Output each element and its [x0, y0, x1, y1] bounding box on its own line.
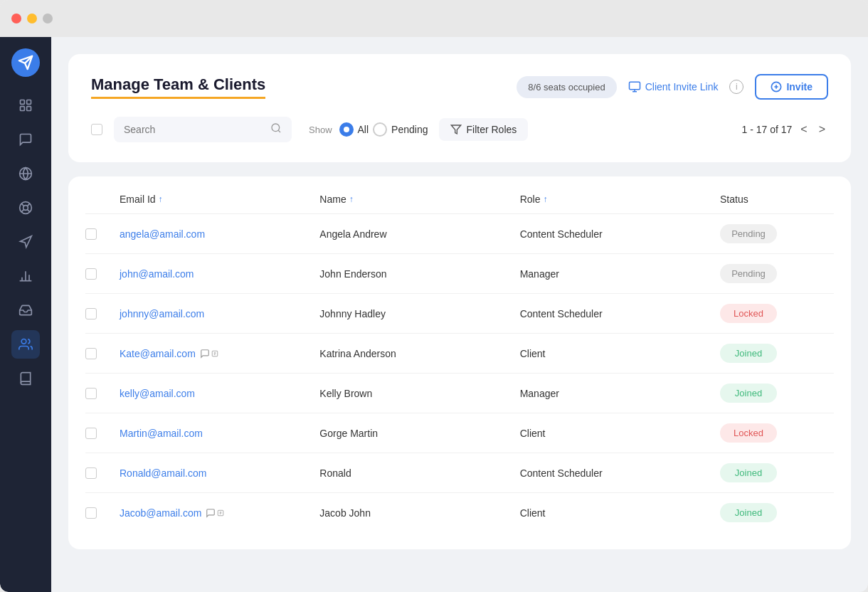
cell-email[interactable]: Martin@amail.com — [120, 428, 319, 439]
show-all-option[interactable]: All — [339, 122, 369, 137]
cell-email[interactable]: john@amail.com — [120, 268, 319, 280]
row-checkbox-cell — [85, 428, 120, 439]
plus-circle-icon — [771, 81, 782, 92]
row-checkbox-cell — [85, 507, 120, 519]
sidebar-item-network[interactable] — [11, 159, 40, 188]
email-value: Jacob@amail.com — [120, 507, 201, 519]
sidebar-item-megaphone[interactable] — [11, 228, 40, 256]
email-value: Martin@amail.com — [120, 428, 203, 439]
traffic-lights — [11, 14, 53, 23]
message-icon[interactable] — [206, 508, 224, 518]
prev-page-button[interactable]: < — [798, 120, 810, 139]
search-box — [114, 117, 292, 142]
cell-email[interactable]: angela@amail.com — [120, 228, 319, 240]
next-page-button[interactable]: > — [816, 120, 828, 139]
close-button[interactable] — [11, 14, 21, 23]
sort-email-icon: ↑ — [159, 194, 163, 204]
cell-role: Client — [520, 428, 720, 439]
email-value: kelly@amail.com — [120, 388, 195, 399]
select-all-checkbox[interactable] — [91, 124, 102, 135]
row-checkbox-cell — [85, 228, 120, 240]
header-actions: 8/6 seats occupied Client Invite Link i — [517, 74, 828, 100]
table-row: angela@amail.com Angela Andrew Content S… — [85, 214, 834, 254]
table-card: Email Id ↑ Name ↑ Role ↑ Status — [68, 176, 851, 549]
row-checkbox[interactable] — [85, 467, 97, 479]
link-icon — [628, 80, 641, 93]
filter-roles-label: Filter Roles — [466, 124, 517, 135]
seats-badge: 8/6 seats occupied — [517, 76, 616, 98]
email-value: john@amail.com — [120, 268, 194, 280]
page-header: Manage Team & Clients 8/6 seats occupied… — [91, 74, 828, 100]
filter-roles-button[interactable]: Filter Roles — [439, 118, 528, 141]
svg-line-26 — [278, 130, 280, 132]
cell-status: Joined — [720, 463, 834, 482]
cell-email[interactable]: johnny@amail.com — [120, 308, 319, 319]
row-checkbox[interactable] — [85, 268, 97, 280]
col-header-status: Status — [720, 194, 834, 205]
svg-rect-3 — [27, 100, 31, 105]
cell-name: Angela Andrew — [319, 228, 519, 240]
sidebar-logo[interactable] — [11, 48, 40, 77]
sidebar-item-comments[interactable] — [11, 125, 40, 154]
row-checkbox-cell — [85, 268, 120, 280]
row-checkbox[interactable] — [85, 308, 97, 319]
cell-email[interactable]: kelly@amail.com — [120, 388, 319, 399]
row-checkbox[interactable] — [85, 507, 97, 519]
show-all-radio[interactable] — [339, 122, 354, 137]
cell-email[interactable]: Jacob@amail.com — [120, 507, 319, 519]
cell-name: Kelly Brown — [319, 388, 519, 399]
main-content: Manage Team & Clients 8/6 seats occupied… — [51, 37, 868, 592]
show-pending-radio[interactable] — [373, 122, 387, 137]
col-header-role[interactable]: Role ↑ — [520, 194, 720, 205]
sidebar-item-support[interactable] — [11, 194, 40, 222]
message-icon[interactable] — [200, 349, 218, 359]
cell-name: Jacob John — [319, 507, 519, 519]
svg-point-9 — [23, 206, 28, 211]
cell-name: Gorge Martin — [319, 428, 519, 439]
table-row: Martin@amail.com Gorge Martin Client Loc… — [85, 413, 834, 453]
row-checkbox[interactable] — [85, 428, 97, 439]
search-input[interactable] — [124, 124, 265, 135]
show-pending-option[interactable]: Pending — [373, 122, 428, 137]
invite-link-button[interactable]: Client Invite Link — [628, 80, 719, 93]
email-value: Kate@amail.com — [120, 348, 196, 359]
cell-email[interactable]: Ronald@amail.com — [120, 467, 319, 479]
email-value: Ronald@amail.com — [120, 467, 206, 479]
sidebar-item-inbox[interactable] — [11, 296, 40, 324]
col-role-label: Role — [520, 194, 541, 205]
svg-point-25 — [272, 124, 280, 132]
app-body: Manage Team & Clients 8/6 seats occupied… — [0, 37, 868, 592]
col-header-email[interactable]: Email Id ↑ — [120, 194, 319, 205]
page-title: Manage Team & Clients — [91, 75, 265, 99]
sidebar-item-team[interactable] — [11, 330, 40, 359]
invite-button-label: Invite — [786, 81, 813, 92]
col-header-name[interactable]: Name ↑ — [319, 194, 519, 205]
row-checkbox[interactable] — [85, 228, 97, 240]
show-label: Show — [309, 125, 332, 135]
cell-role: Content Scheduler — [520, 467, 720, 479]
invite-button[interactable]: Invite — [755, 74, 828, 100]
row-checkbox[interactable] — [85, 348, 97, 359]
row-checkbox[interactable] — [85, 388, 97, 399]
minimize-button[interactable] — [27, 14, 37, 23]
table-row: Kate@amail.com Katrina Anderson Client J… — [85, 334, 834, 374]
cell-status: Locked — [720, 304, 834, 323]
cell-status: Locked — [720, 423, 834, 443]
table-row: john@amail.com John Enderson Manager Pen… — [85, 254, 834, 294]
cell-email[interactable]: Kate@amail.com — [120, 348, 319, 359]
cell-name: Ronald — [319, 467, 519, 479]
sidebar-item-analytics[interactable] — [11, 262, 40, 290]
email-value: angela@amail.com — [120, 228, 205, 240]
cell-name: Katrina Anderson — [319, 348, 519, 359]
sidebar-item-dashboard[interactable] — [11, 91, 40, 120]
row-checkbox-cell — [85, 348, 120, 359]
row-checkbox-cell — [85, 388, 120, 399]
cell-role: Manager — [520, 268, 720, 280]
maximize-button[interactable] — [43, 14, 53, 23]
svg-line-10 — [21, 204, 24, 206]
status-badge: Joined — [720, 463, 777, 482]
info-icon[interactable]: i — [729, 80, 743, 94]
table-row: Ronald@amail.com Ronald Content Schedule… — [85, 453, 834, 493]
sidebar-item-library[interactable] — [11, 364, 40, 393]
status-badge: Joined — [720, 503, 777, 522]
